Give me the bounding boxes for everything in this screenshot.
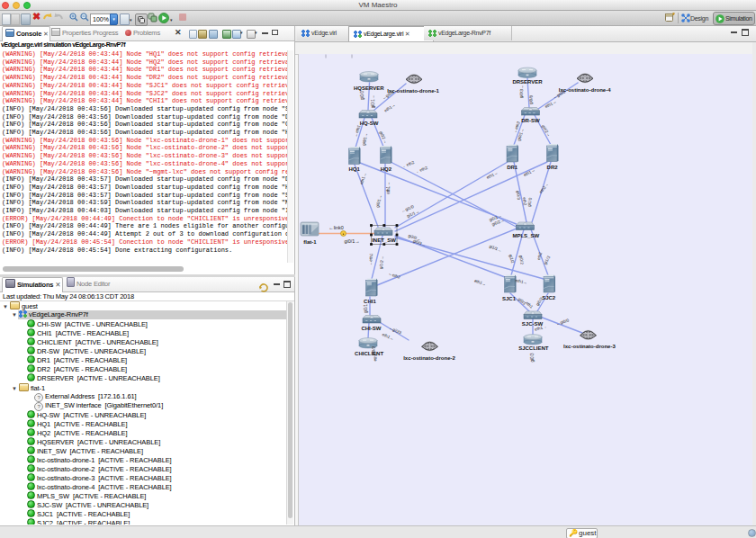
svg-text:←eth2: ←eth2 [415,166,428,175]
svg-text:eth1→: eth1→ [515,278,527,285]
svg-text:eth1→: eth1→ [544,99,557,109]
svg-text:lxc-ostinato-drone-2: lxc-ostinato-drone-2 [403,355,455,361]
svg-text:DRSERVER: DRSERVER [512,79,543,85]
svg-text:gi0/1→: gi0/1→ [371,95,375,109]
svg-text:eth1→: eth1→ [523,167,536,177]
svg-text:MPLS_SW: MPLS_SW [512,233,539,238]
svg-text:gi0/2: gi0/2 [518,256,524,265]
svg-text:INET_SW: INET_SW [372,238,396,243]
svg-text:←link0: ←link0 [328,225,343,230]
svg-text:CHI-SW: CHI-SW [361,326,381,331]
svg-text:gi0/3: gi0/3 [516,191,521,201]
svg-text:gi0/1→: gi0/1→ [344,238,359,244]
svg-text:eth1: eth1 [373,353,377,362]
svg-text:DR-SW: DR-SW [521,118,540,123]
svg-text:HQSERVER: HQSERVER [354,85,384,91]
svg-text:gi0/1→: gi0/1→ [375,194,382,208]
svg-text:gi0/1→: gi0/1→ [362,132,369,146]
svg-text:SJC2: SJC2 [542,295,556,300]
svg-text:gi1/2: gi1/2 [508,254,516,264]
svg-text:HQ-SW: HQ-SW [360,121,379,126]
svg-text:←eth2: ←eth2 [402,160,416,169]
svg-text:gi0/0: gi0/0 [528,94,534,104]
svg-text:gi1/0: gi1/0 [526,197,533,207]
svg-text:lxc-ostinato-drone-4: lxc-ostinato-drone-4 [559,87,611,93]
svg-text:gi1/1→: gi1/1→ [489,244,502,253]
svg-text:SJC1: SJC1 [502,296,517,301]
svg-text:HQ1: HQ1 [348,166,360,172]
svg-text:←gi0/3: ←gi0/3 [388,326,402,336]
svg-text:←eth1: ←eth1 [368,253,374,265]
svg-text:DR2: DR2 [547,165,559,170]
svg-text:flat-1: flat-1 [303,239,317,245]
svg-text:eth1→: eth1→ [383,103,396,113]
svg-text:gi1/3: gi1/3 [543,255,551,265]
svg-text:gi0/3→: gi0/3→ [412,238,426,247]
svg-text:lxc-ostinato-drone-1: lxc-ostinato-drone-1 [387,88,439,94]
svg-text:eth1→: eth1→ [386,182,391,194]
svg-text:lxc-ostinato-drone-3: lxc-ostinato-drone-3 [563,344,616,349]
svg-text:HQ2: HQ2 [381,166,392,172]
svg-text:CHI1: CHI1 [364,299,376,304]
svg-text:eth1→: eth1→ [359,172,367,184]
svg-text:eth2→: eth2→ [538,182,549,194]
svg-text:CHICLIENT: CHICLIENT [355,351,383,356]
svg-text:gi0/0: gi0/0 [360,91,364,100]
svg-text:gi0/1: gi0/1 [364,304,368,313]
svg-text:eth1→: eth1→ [473,278,486,286]
svg-text:DR1: DR1 [507,165,518,170]
svg-text:eth1→: eth1→ [486,170,499,180]
svg-text:gi0/3→: gi0/3→ [519,85,525,99]
svg-text:gi1/2→: gi1/2→ [379,256,385,269]
svg-text:gi0/3: gi0/3 [530,353,535,362]
svg-text:SJCCLIENT: SJCCLIENT [518,345,549,351]
svg-text:eth1→: eth1→ [382,332,394,341]
